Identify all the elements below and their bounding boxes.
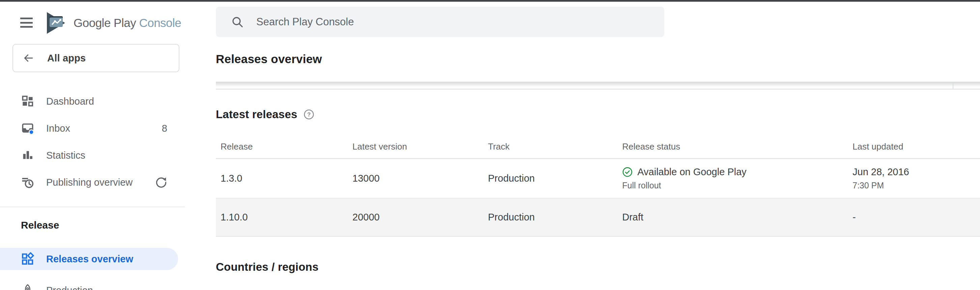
inbox-badge: 8 bbox=[162, 123, 167, 134]
status-detail-text: Full rollout bbox=[622, 181, 850, 191]
dashboard-icon bbox=[21, 95, 34, 108]
page-title: Releases overview bbox=[216, 52, 322, 66]
logo-text-primary: Google Play bbox=[73, 16, 136, 29]
all-apps-label: All apps bbox=[47, 53, 86, 64]
google-play-console-logo[interactable]: Google Play Console bbox=[45, 11, 181, 35]
search-bar[interactable] bbox=[216, 7, 664, 37]
status-text: Available on Google Play bbox=[637, 167, 747, 178]
latest-releases-heading: Latest releases bbox=[216, 108, 298, 121]
column-header-release: Release bbox=[216, 141, 352, 152]
sidebar-item-label: Statistics bbox=[46, 150, 185, 161]
latest-version-cell: 13000 bbox=[352, 173, 488, 184]
column-header-track: Track bbox=[488, 141, 619, 152]
last-updated-time: 7:30 PM bbox=[853, 181, 980, 191]
table-row[interactable]: 1.3.0 13000 Production Available on Goog… bbox=[216, 159, 980, 199]
countries-regions-heading: Countries / regions bbox=[216, 261, 319, 274]
last-updated-cell: - bbox=[850, 211, 980, 223]
svg-text:?: ? bbox=[307, 111, 310, 118]
play-console-logo-icon bbox=[45, 11, 67, 35]
release-version-cell: 1.3.0 bbox=[216, 173, 352, 184]
window-top-strip bbox=[0, 0, 980, 2]
logo-text: Google Play Console bbox=[73, 16, 181, 30]
check-circle-icon bbox=[622, 167, 633, 177]
column-header-latest-version: Latest version bbox=[352, 141, 488, 152]
latest-releases-section-title: Latest releases ? bbox=[216, 108, 314, 121]
sidebar-item-dashboard[interactable]: Dashboard bbox=[0, 88, 185, 115]
back-arrow-icon bbox=[22, 53, 35, 64]
sidebar-section-heading: Release bbox=[21, 220, 59, 231]
statistics-icon bbox=[21, 149, 34, 162]
countries-regions-section-title: Countries / regions bbox=[216, 261, 319, 274]
hamburger-menu-icon[interactable] bbox=[20, 18, 33, 28]
logo-text-secondary: Console bbox=[139, 16, 181, 29]
sidebar-item-production[interactable]: Production bbox=[0, 277, 185, 290]
releases-overview-icon bbox=[21, 252, 34, 266]
scrolled-card-edge bbox=[216, 82, 980, 90]
table-row[interactable]: 1.10.0 20000 Production Draft - bbox=[216, 199, 980, 237]
sidebar-item-label: Publishing overview bbox=[46, 177, 155, 188]
all-apps-back-button[interactable]: All apps bbox=[13, 44, 180, 72]
sidebar-item-label: Releases overview bbox=[46, 253, 178, 265]
sidebar-item-label: Dashboard bbox=[46, 96, 185, 107]
inbox-icon bbox=[21, 122, 34, 135]
track-cell: Production bbox=[488, 211, 619, 223]
last-updated-date: Jun 28, 2016 bbox=[853, 167, 980, 178]
sidebar-item-inbox[interactable]: Inbox 8 bbox=[0, 115, 185, 142]
production-rocket-icon bbox=[21, 284, 34, 290]
sidebar-item-statistics[interactable]: Statistics bbox=[0, 142, 185, 169]
search-input[interactable] bbox=[256, 12, 664, 32]
sidebar-item-releases-overview[interactable]: Releases overview bbox=[0, 248, 178, 270]
column-header-last-updated: Last updated bbox=[850, 141, 980, 152]
search-icon bbox=[231, 15, 244, 29]
sidebar-item-label: Inbox bbox=[46, 123, 162, 134]
play-console-page: Google Play Console All apps Dashboard bbox=[0, 0, 980, 290]
sidebar-divider bbox=[0, 207, 185, 207]
release-status-cell: Draft bbox=[619, 211, 850, 223]
sync-icon bbox=[155, 176, 167, 188]
release-status-cell: Available on Google Play Full rollout bbox=[619, 167, 850, 191]
column-header-release-status: Release status bbox=[619, 141, 850, 152]
latest-version-cell: 20000 bbox=[352, 211, 488, 223]
track-cell: Production bbox=[488, 173, 619, 184]
release-version-cell: 1.10.0 bbox=[216, 211, 352, 223]
sidebar-item-label: Production bbox=[46, 285, 185, 290]
latest-releases-table: Release Latest version Track Release sta… bbox=[216, 135, 980, 237]
sidebar-item-publishing-overview[interactable]: Publishing overview bbox=[0, 169, 185, 196]
scrolled-card-column-divider bbox=[953, 82, 953, 89]
table-header-row: Release Latest version Track Release sta… bbox=[216, 135, 980, 159]
help-icon[interactable]: ? bbox=[304, 109, 314, 120]
last-updated-cell: Jun 28, 2016 7:30 PM bbox=[850, 167, 980, 191]
publishing-overview-icon bbox=[21, 176, 34, 189]
